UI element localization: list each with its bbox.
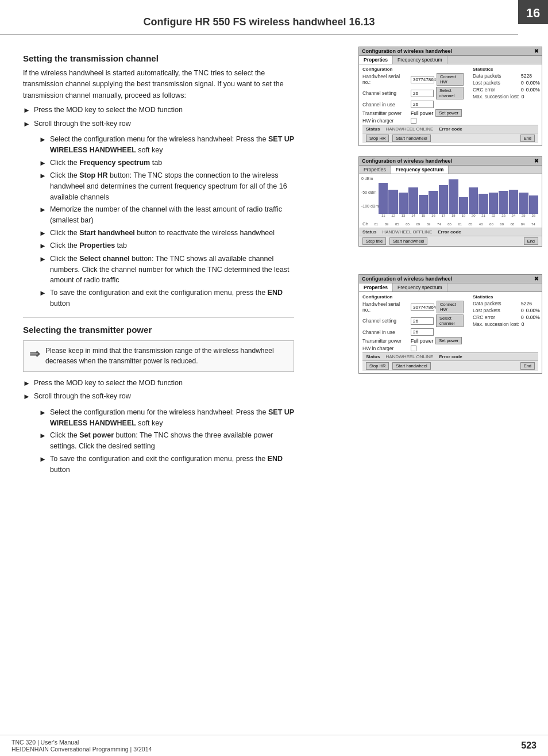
spectrum-xval: 69 (423, 222, 433, 226)
ss-row: HW in charger (362, 346, 464, 351)
spectrum-x-label: 25 (519, 214, 528, 217)
spectrum-x-label: 18 (449, 214, 458, 217)
ss-bottom-btns3: Stop HR Start handwheel (366, 362, 431, 370)
ss-bottom-btns2: Stop title Start handwheel (362, 237, 427, 245)
stop-hr-button[interactable]: Stop HR (366, 135, 389, 142)
screenshot-properties2: Configuration of wireless handwheel ✖ Pr… (358, 274, 542, 374)
ss-row: Channel in use 26 (362, 328, 464, 336)
page-title: Configure HR 550 FS wireless handwheel 1… (0, 0, 518, 35)
tab-properties3[interactable]: Properties (359, 283, 393, 291)
list-item: ► Click the Frequency spectrum tab (39, 158, 294, 169)
ss-row: Max. succession lost: 0 (473, 321, 540, 327)
footer: TNC 320 | User's Manual HEIDENHAIN Conve… (0, 735, 548, 756)
stop-hr-button3[interactable]: Stop HR (366, 362, 389, 370)
ss-col-stats3: Statistics Data packets 5226 Lost packet… (473, 294, 540, 352)
spectrum-bar (419, 195, 428, 214)
screenshot-titlebar2: Configuration of wireless handwheel ✖ (359, 157, 542, 166)
footer-page: 523 (521, 740, 537, 751)
start-handwheel-button2[interactable]: Start handwheel (389, 237, 427, 245)
arrow-icon: ► (23, 118, 30, 130)
list-item: ► Select the configuration menu for the … (39, 134, 294, 156)
hw-in-charger-checkbox3[interactable] (411, 346, 416, 351)
spectrum-xval: 61 (455, 222, 465, 226)
arrow-icon: ► (39, 204, 47, 216)
select-channel-button3[interactable]: Select channel (436, 314, 464, 327)
note-icon: ⇒ (29, 347, 40, 362)
spectrum-xval: 84 (518, 222, 528, 226)
list-item: ► To save the configuration and exit the… (39, 454, 294, 475)
ss-row: Data packets 5226 (473, 301, 540, 306)
spectrum-xval: 74 (434, 222, 444, 226)
spectrum-bar (379, 183, 388, 214)
arrow-icon: ► (23, 105, 30, 116)
list-item: ► Press the MOD key to select the MOD fu… (23, 105, 294, 116)
spectrum-xval: 85 (392, 222, 402, 226)
set-power-button[interactable]: Set power (435, 109, 462, 117)
select-channel-button[interactable]: Select channel (436, 87, 464, 99)
end-button2[interactable]: End (524, 237, 538, 245)
spectrum-bar (478, 194, 488, 214)
ss-row: Transmitter power Full power Set power (362, 337, 464, 344)
spectrum-bar (429, 191, 438, 214)
connect-hw-button[interactable]: Connect HW (437, 73, 464, 86)
arrow-icon: ► (23, 378, 30, 389)
ss-row: Channel in use 26 (362, 101, 464, 108)
page-number-tab: 16 (518, 0, 548, 24)
screenshot-body: Configuration Handwheel serial no.: 3077… (359, 64, 542, 145)
ss-row: HW in charger (362, 118, 464, 124)
ss-bottom-btns: Stop HR Start handwheel (366, 135, 431, 142)
spectrum-bar (529, 195, 538, 214)
tab-frequency3[interactable]: Frequency spectrum (393, 283, 447, 291)
ss-row: Max. succession lost: 0 (473, 94, 540, 99)
start-handwheel-button3[interactable]: Start handwheel (392, 362, 430, 370)
hw-in-charger-checkbox[interactable] (411, 118, 416, 124)
ss-bottom-bar: Stop HR Start handwheel End (362, 133, 538, 143)
tab-properties[interactable]: Properties (359, 56, 393, 64)
end-button3[interactable]: End (520, 362, 535, 370)
arrow-icon: ► (39, 240, 47, 252)
ss-row: Handwheel serial no.: 307747864 Connect … (362, 301, 464, 313)
list-item: ► Click the Set power button: The TNC sh… (39, 430, 294, 452)
spectrum-bar (509, 190, 518, 214)
list-item: ► Click the Stop HR button: The TNC stop… (39, 170, 294, 202)
start-handwheel-button[interactable]: Start handwheel (392, 135, 430, 142)
spectrum-xval: 60 (487, 222, 496, 226)
end-button[interactable]: End (520, 135, 535, 142)
list-item: ► Scroll through the soft-key row (23, 118, 294, 130)
spectrum-xval: 85 (465, 222, 475, 226)
spectrum-x-label: 17 (439, 214, 448, 217)
spectrum-bar (519, 193, 528, 214)
spectrum-xval: 69 (497, 222, 507, 226)
list-item: ► Click the Properties tab (39, 240, 294, 252)
ss-col-config: Configuration Handwheel serial no.: 3077… (362, 67, 464, 125)
ss-bottom-bar3: Stop HR Start handwheel End (362, 360, 538, 371)
ss-row: Lost packets 0 0.00% (473, 308, 540, 313)
section2-heading: Selecting the transmitter power (23, 325, 294, 335)
note-text: Please keep in mind that the transmissio… (45, 346, 288, 367)
arrow-icon: ► (39, 254, 47, 265)
stop-title-button[interactable]: Stop title (362, 237, 386, 245)
arrow-icon: ► (39, 158, 47, 169)
connect-hw-button3[interactable]: Connect HW (437, 301, 464, 313)
screenshot-titlebar3: Configuration of wireless handwheel ✖ (359, 275, 542, 283)
tab-frequency2[interactable]: Frequency spectrum (391, 166, 449, 174)
arrow-icon: ► (39, 454, 47, 465)
set-power-button3[interactable]: Set power (435, 337, 462, 344)
spectrum-xval: 74 (528, 222, 538, 226)
tab-frequency[interactable]: Frequency spectrum (393, 56, 447, 64)
screenshot-tabs3: Properties Frequency spectrum (359, 283, 542, 292)
tab-properties2[interactable]: Properties (359, 166, 391, 174)
ss-section3: Configuration Handwheel serial no.: 3077… (362, 294, 538, 352)
spectrum-bar (408, 187, 418, 214)
ss-row: Lost packets 0 0.00% (473, 80, 540, 86)
section1-bullet-list: ► Press the MOD key to select the MOD fu… (23, 105, 294, 129)
spectrum-xval: 85 (445, 222, 454, 226)
ss-row: Transmitter power Full power Set power (362, 109, 464, 117)
ss-col-config3: Configuration Handwheel serial no.: 3077… (362, 294, 464, 352)
spectrum-x-label: 22 (489, 214, 498, 217)
list-item: ► To save the configuration and exit the… (39, 287, 294, 309)
spectrum-x-label: 26 (529, 214, 538, 217)
screenshots-col: Configuration of wireless handwheel ✖ Pr… (304, 41, 548, 482)
spectrum-bar (388, 190, 398, 214)
list-item: ► Click the Select channel button: The T… (39, 254, 294, 286)
